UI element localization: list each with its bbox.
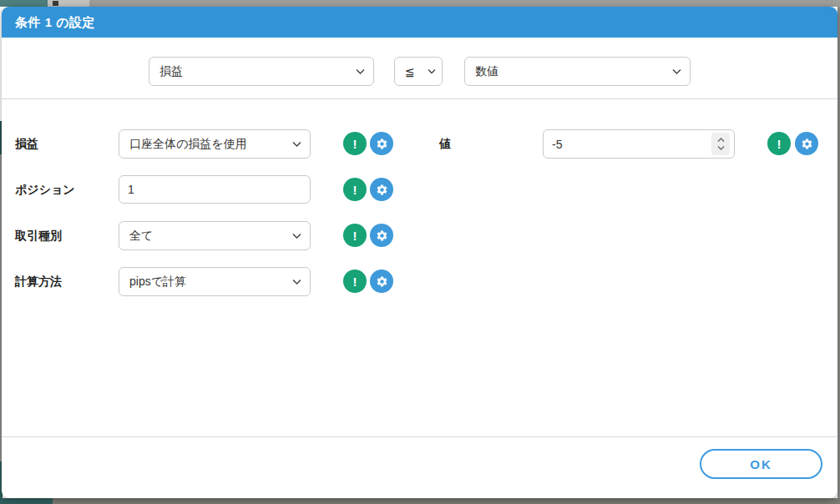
- background-app-top-strip: [0, 0, 840, 7]
- dialog-header: 条件 1 の設定: [2, 7, 837, 38]
- condition-compare-select[interactable]: 数値: [464, 57, 691, 86]
- gear-icon: [376, 184, 388, 196]
- chevron-down-icon: [292, 141, 301, 148]
- profit-loss-select[interactable]: 口座全体の損益を使用: [119, 129, 311, 159]
- value-info-button[interactable]: !: [767, 132, 791, 155]
- dialog-title: 条件 1 の設定: [2, 7, 837, 38]
- position-info-button[interactable]: !: [343, 178, 367, 201]
- background-teal-segment: [0, 0, 48, 7]
- exclamation-icon: !: [777, 137, 782, 151]
- calc-method-select-value: pipsで計算: [129, 275, 186, 290]
- value-spinner[interactable]: [711, 133, 730, 155]
- chevron-down-icon: [717, 145, 725, 150]
- profit-loss-info-button[interactable]: !: [343, 132, 367, 155]
- screen: 条件 1 の設定 損益 ≦ 数値 損益 口座全体の損益を使用: [0, 0, 840, 504]
- chevron-down-icon: [672, 68, 681, 75]
- chevron-up-icon: [717, 138, 725, 143]
- exclamation-icon: !: [353, 229, 357, 243]
- header-section-divider: [2, 98, 837, 99]
- trade-type-select-value: 全て: [129, 229, 153, 244]
- gear-icon: [376, 275, 388, 288]
- condition-compare-select-value: 数値: [475, 64, 498, 79]
- gear-icon: [376, 138, 388, 150]
- calc-method-label: 計算方法: [15, 267, 62, 295]
- position-settings-button[interactable]: [370, 178, 393, 201]
- chevron-down-icon: [292, 279, 301, 285]
- position-label: ポジション: [15, 175, 75, 204]
- footer-divider: [2, 436, 837, 437]
- exclamation-icon: !: [353, 275, 357, 289]
- value-input[interactable]: [543, 129, 735, 159]
- value-label: 値: [439, 129, 451, 158]
- gear-icon: [376, 229, 388, 242]
- trade-type-select[interactable]: 全て: [119, 221, 311, 250]
- exclamation-icon: !: [353, 183, 357, 197]
- profit-loss-settings-button[interactable]: [370, 132, 393, 155]
- condition-operator-select[interactable]: ≦: [394, 57, 443, 86]
- profit-loss-select-value: 口座全体の損益を使用: [129, 137, 247, 152]
- calc-method-select[interactable]: pipsで計算: [119, 267, 311, 296]
- chevron-down-icon: [428, 68, 436, 74]
- position-input[interactable]: [119, 175, 311, 204]
- value-settings-button[interactable]: [795, 132, 818, 155]
- calc-method-info-button[interactable]: !: [343, 270, 367, 293]
- trade-type-settings-button[interactable]: [370, 224, 393, 247]
- profit-loss-label: 損益: [15, 129, 38, 158]
- condition-target-select-value: 損益: [159, 64, 183, 79]
- condition-target-select[interactable]: 損益: [149, 57, 374, 86]
- background-app-glyph: [53, 1, 58, 6]
- condition-operator-select-value: ≦: [405, 65, 415, 78]
- background-app-bottom-strip: [0, 498, 840, 504]
- calc-method-settings-button[interactable]: [370, 270, 393, 293]
- trade-type-label: 取引種別: [15, 221, 62, 249]
- trade-type-info-button[interactable]: !: [343, 224, 367, 247]
- chevron-down-icon: [292, 233, 301, 239]
- ok-button[interactable]: OK: [700, 449, 822, 479]
- chevron-down-icon: [356, 68, 365, 75]
- background-teal-segment: [0, 498, 53, 504]
- condition-settings-dialog: 条件 1 の設定 損益 ≦ 数値 損益 口座全体の損益を使用: [2, 7, 837, 498]
- gear-icon: [801, 138, 813, 150]
- value-input-wrap: [543, 129, 735, 159]
- exclamation-icon: !: [353, 137, 357, 151]
